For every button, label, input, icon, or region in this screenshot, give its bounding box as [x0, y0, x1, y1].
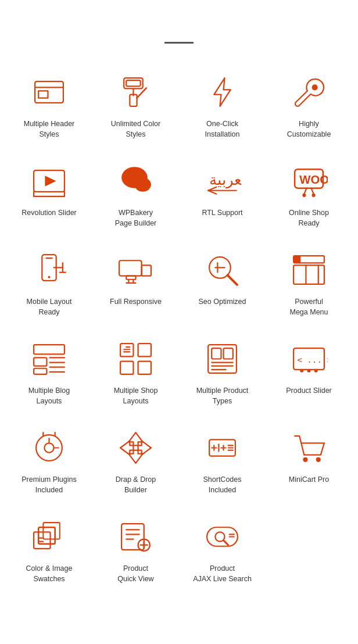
powerful-mega-menu-label: Powerful Mega Menu — [289, 297, 328, 317]
svg-point-91 — [316, 457, 321, 461]
seo-optimized-label: Seo Optimized — [199, 297, 246, 307]
feature-item-one-click-installation: One-Click Installation — [179, 61, 266, 150]
rtl-support-icon: العربية — [199, 160, 246, 201]
title-underline — [164, 42, 194, 44]
highly-customizable-label: Highly Customizable — [287, 119, 331, 139]
svg-point-70 — [300, 368, 303, 372]
feature-item-full-responsive: Full Responsive — [92, 239, 179, 328]
svg-rect-35 — [126, 276, 135, 279]
feature-item-color-image-swatches: Color & Image Swatches — [6, 506, 92, 595]
multiple-blog-layouts-label: Multiple Blog Layouts — [28, 386, 70, 406]
svg-point-26 — [312, 193, 316, 196]
multiple-shop-layouts-label: Multiple Shop Layouts — [114, 386, 158, 406]
feature-item-drag-drop-builder: Drap & Drop Builder — [92, 417, 179, 506]
drag-drop-builder-label: Drap & Drop Builder — [116, 475, 156, 495]
unlimited-color-styles-icon — [113, 71, 159, 112]
svg-rect-48 — [34, 345, 65, 354]
full-responsive-icon — [113, 249, 159, 290]
svg-rect-44 — [293, 256, 300, 263]
svg-rect-57 — [120, 361, 133, 374]
feature-item-product-ajax-live-search: Product AJAX Live Search — [179, 506, 266, 595]
svg-rect-33 — [119, 260, 142, 276]
svg-text:WOO: WOO — [299, 173, 328, 185]
svg-rect-45 — [293, 265, 324, 284]
product-ajax-live-search-label: Product AJAX Live Search — [193, 564, 252, 584]
rtl-support-label: RTL Support — [202, 208, 242, 219]
minicart-pro-icon — [286, 427, 332, 468]
feature-item-product-quick-view: Product Quick View — [92, 506, 179, 595]
mobile-layout-ready-label: Mobile Layout Ready — [27, 297, 72, 317]
color-image-swatches-icon — [26, 516, 73, 557]
svg-rect-58 — [138, 361, 151, 374]
svg-rect-94 — [43, 523, 59, 539]
highly-customizable-icon — [286, 71, 332, 112]
svg-rect-97 — [121, 524, 144, 550]
color-image-swatches-label: Color & Image Swatches — [26, 564, 73, 584]
svg-text:< ... >: < ... > — [297, 355, 328, 364]
wpbakery-page-builder-label: WPBakery Page Builder — [115, 208, 157, 228]
one-click-installation-icon — [199, 71, 246, 112]
svg-line-40 — [228, 275, 237, 284]
svg-rect-63 — [212, 348, 221, 359]
multiple-product-types-label: Multiple Product Types — [196, 386, 249, 406]
feature-item-product-slider: < ... >Product Slider — [266, 328, 352, 417]
feature-item-mobile-layout-ready: Mobile Layout Ready — [6, 239, 92, 328]
svg-line-24 — [312, 188, 314, 194]
page-title — [0, 0, 358, 42]
shortcodes-included-label: ShortCodes Included — [203, 475, 241, 495]
wpbakery-page-builder-icon — [113, 160, 159, 201]
feature-item-multiple-shop-layouts: Multiple Shop Layouts — [92, 328, 179, 417]
feature-item-unlimited-color-styles: Unlimited Color Styles — [92, 61, 179, 150]
svg-text:العربية: العربية — [209, 170, 241, 188]
product-ajax-live-search-icon — [199, 516, 246, 557]
feature-item-online-shop-ready: WOOOnline Shop Ready — [266, 150, 352, 239]
svg-rect-2 — [38, 91, 48, 98]
svg-rect-50 — [34, 368, 46, 374]
revolution-slider-label: Revolution Slider — [22, 208, 77, 219]
svg-point-25 — [302, 193, 306, 196]
svg-point-90 — [303, 457, 307, 461]
svg-line-23 — [304, 188, 306, 194]
svg-point-28 — [48, 276, 50, 278]
product-quick-view-label: Product Quick View — [117, 564, 153, 584]
multiple-shop-layouts-icon — [113, 338, 159, 379]
svg-point-71 — [307, 368, 310, 372]
shortcodes-included-icon — [199, 427, 246, 468]
feature-item-wpbakery-page-builder: WPBakery Page Builder — [92, 150, 179, 239]
multiple-product-types-icon — [199, 338, 246, 379]
unlimited-color-styles-label: Unlimited Color Styles — [111, 119, 160, 139]
svg-rect-34 — [142, 265, 151, 276]
svg-point-72 — [314, 368, 318, 372]
feature-item-multiple-blog-layouts: Multiple Blog Layouts — [6, 328, 92, 417]
minicart-pro-label: MiniCart Pro — [289, 475, 329, 485]
svg-marker-8 — [214, 78, 230, 106]
svg-marker-80 — [120, 441, 151, 455]
feature-item-premium-plugins-included: Premium Plugins Included — [6, 417, 92, 506]
feature-item-revolution-slider: Revolution Slider — [6, 150, 92, 239]
features-grid: Multiple Header StylesUnlimited Color St… — [0, 61, 358, 595]
one-click-installation-label: One-Click Installation — [205, 119, 240, 139]
svg-rect-64 — [224, 348, 233, 359]
product-quick-view-icon — [113, 516, 159, 557]
svg-rect-4 — [126, 80, 140, 86]
svg-marker-79 — [128, 432, 142, 463]
mobile-layout-ready-icon — [26, 249, 73, 290]
feature-item-multiple-header-styles: Multiple Header Styles — [6, 61, 92, 150]
svg-point-16 — [134, 177, 151, 191]
svg-rect-0 — [35, 81, 63, 103]
product-slider-label: Product Slider — [286, 386, 332, 396]
svg-line-106 — [224, 540, 228, 545]
feature-item-highly-customizable: Highly Customizable — [266, 61, 352, 150]
multiple-header-styles-label: Multiple Header Styles — [24, 119, 75, 139]
online-shop-ready-label: Online Shop Ready — [289, 208, 329, 228]
revolution-slider-icon — [26, 160, 73, 201]
multiple-header-styles-icon — [26, 71, 73, 112]
feature-item-minicart-pro: MiniCart Pro — [266, 417, 352, 506]
svg-point-76 — [44, 443, 53, 452]
feature-item-shortcodes-included: ShortCodes Included — [179, 417, 266, 506]
svg-line-7 — [137, 88, 146, 98]
product-slider-icon: < ... > — [286, 338, 332, 379]
drag-drop-builder-icon — [113, 427, 159, 468]
online-shop-ready-icon: WOO — [286, 160, 332, 201]
full-responsive-label: Full Responsive — [110, 297, 162, 307]
